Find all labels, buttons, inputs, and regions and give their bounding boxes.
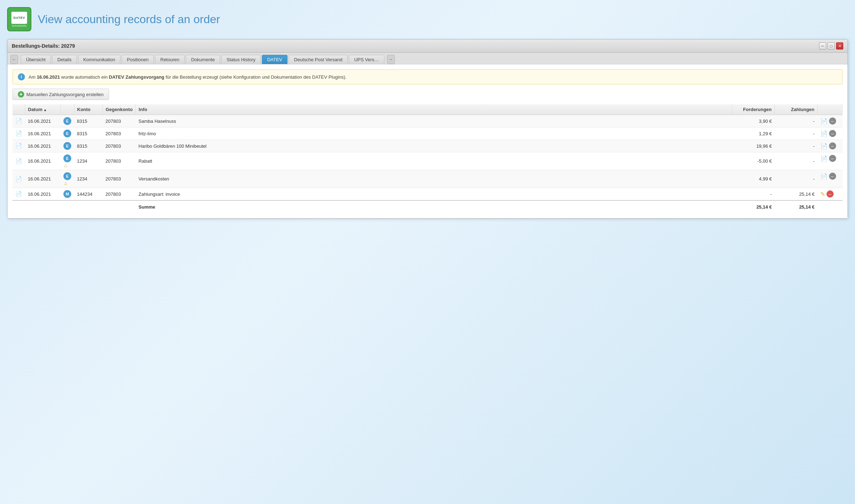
row-zahlungen: - <box>775 140 818 152</box>
delete-button[interactable]: – <box>829 117 836 125</box>
row-badge: E △ <box>61 170 74 188</box>
tab-details[interactable]: Details <box>52 55 77 64</box>
add-button-label: Manuellen Zahlungsvorgang erstellen <box>26 92 104 97</box>
close-button[interactable]: ✕ <box>836 42 843 49</box>
row-konto: 8315 <box>74 140 103 152</box>
window-titlebar: Bestellungs-Details: 20279 ─ □ ✕ <box>7 40 848 53</box>
row-zahlungen: - <box>775 152 818 170</box>
logo: DATEV Schnittstelle <box>7 7 31 31</box>
tab-positionen[interactable]: Positionen <box>121 55 154 64</box>
badge-e-icon: E <box>63 142 71 150</box>
tab-kommunikation[interactable]: Kommunikation <box>78 55 121 64</box>
row-actions: 📄 – <box>818 127 843 139</box>
tab-status-history[interactable]: Status History <box>221 55 261 64</box>
row-gegenkonto: 207803 <box>103 140 136 152</box>
row-konto: 1234 <box>74 152 103 170</box>
delete-button[interactable]: – <box>829 155 836 162</box>
row-doc-icon[interactable]: 📄 <box>12 127 25 140</box>
row-konto: 144234 <box>74 188 103 201</box>
row-forderungen: 4,99 € <box>732 170 775 188</box>
row-info: Haribo Goldbären 100 Minibeutel <box>136 140 732 152</box>
row-datum: 16.06.2021 <box>25 152 61 170</box>
restore-button[interactable]: □ <box>828 42 835 49</box>
row-forderungen: - <box>732 188 775 201</box>
table-footer: Summe 25,14 € 25,14 € <box>12 200 843 213</box>
tabs-bar: ← Übersicht Details Kommunikation Positi… <box>7 53 848 64</box>
row-datum: 16.06.2021 <box>25 188 61 201</box>
col-header-datum[interactable]: Datum <box>25 104 61 115</box>
row-actions: 📄 – <box>818 140 843 152</box>
tab-deutsche-post[interactable]: Deutsche Post Versand <box>289 55 348 64</box>
warning-icon: △ <box>64 163 67 168</box>
col-header-info: Info <box>136 104 732 115</box>
row-actions: 📄 – <box>818 115 843 127</box>
table-row: 📄 16.06.2021 E 8315 207803 fritz-limo 1,… <box>12 127 843 140</box>
row-doc-icon[interactable]: 📄 <box>12 188 25 201</box>
copy-doc-icon[interactable]: 📄 <box>820 118 828 125</box>
warning-icon: △ <box>64 181 67 185</box>
footer-empty <box>12 200 136 213</box>
add-payment-button[interactable]: + Manuellen Zahlungsvorgang erstellen <box>12 89 109 100</box>
content-area: i Am 16.06.2021 wurde automatisch ein DA… <box>7 64 848 218</box>
row-doc-icon[interactable]: 📄 <box>12 115 25 127</box>
row-doc-icon[interactable]: 📄 <box>12 140 25 152</box>
row-badge: E <box>61 140 74 152</box>
table-row: 📄 16.06.2021 E 8315 207803 Haribo Goldbä… <box>12 140 843 152</box>
copy-doc-icon[interactable]: 📄 <box>820 143 828 149</box>
delete-button-red[interactable]: – <box>826 190 834 198</box>
table-row: 📄 16.06.2021 E 8315 207803 Samba Haselnu… <box>12 115 843 127</box>
delete-button[interactable]: – <box>829 142 836 149</box>
row-doc-icon[interactable]: 📄 <box>12 170 25 188</box>
tab-ups[interactable]: UPS Vers… <box>349 55 384 64</box>
col-header-zahlungen: Zahlungen <box>775 104 818 115</box>
row-actions: 📄 – <box>818 170 843 182</box>
main-window: Bestellungs-Details: 20279 ─ □ ✕ ← Übers… <box>7 39 848 219</box>
table-row: 📄 16.06.2021 E △ 1234 207803 Versandkost… <box>12 170 843 188</box>
info-icon: i <box>18 73 25 80</box>
tab-prev-button[interactable]: ← <box>10 55 18 64</box>
row-doc-icon[interactable]: 📄 <box>12 152 25 170</box>
row-badge: M <box>61 188 74 201</box>
table-row: 📄 16.06.2021 M 144234 207803 Zahlungsart… <box>12 188 843 201</box>
tab-next-button[interactable]: → <box>387 55 395 64</box>
row-datum: 16.06.2021 <box>25 127 61 140</box>
delete-button[interactable]: – <box>829 130 836 137</box>
window-title: Bestellungs-Details: 20279 <box>12 43 75 49</box>
logo-inner: DATEV <box>11 12 27 24</box>
footer-actions-empty <box>818 200 843 213</box>
col-header-actions <box>818 104 843 115</box>
row-datum: 16.06.2021 <box>25 115 61 127</box>
row-info: fritz-limo <box>136 127 732 140</box>
row-badge: E <box>61 115 74 127</box>
row-forderungen: 1,29 € <box>732 127 775 140</box>
row-konto: 1234 <box>74 170 103 188</box>
col-header-icon <box>12 104 25 115</box>
col-header-gegenkonto: Gegenkonto <box>103 104 136 115</box>
row-info: Zahlungsart: invoice <box>136 188 732 201</box>
row-zahlungen: - <box>775 127 818 140</box>
badge-e-icon: E <box>63 130 71 137</box>
tab-dokumente[interactable]: Dokumente <box>186 55 220 64</box>
window-controls: ─ □ ✕ <box>819 42 843 49</box>
row-info: Versandkosten <box>136 170 732 188</box>
edit-button[interactable]: ✎ <box>820 191 825 198</box>
badge-e-icon: E <box>63 172 71 180</box>
row-datum: 16.06.2021 <box>25 170 61 188</box>
row-forderungen: 19,96 € <box>732 140 775 152</box>
delete-button[interactable]: – <box>829 173 836 180</box>
row-badge: E △ <box>61 152 74 170</box>
footer-summe-label: Summe <box>136 200 732 213</box>
tab-ubersicht[interactable]: Übersicht <box>21 55 51 64</box>
copy-doc-icon[interactable]: 📄 <box>820 155 828 162</box>
minimize-button[interactable]: ─ <box>819 42 826 49</box>
row-gegenkonto: 207803 <box>103 188 136 201</box>
copy-doc-icon[interactable]: 📄 <box>820 130 828 137</box>
row-gegenkonto: 207803 <box>103 127 136 140</box>
row-actions: ✎ – <box>818 188 843 200</box>
tab-retouren[interactable]: Retouren <box>155 55 185 64</box>
copy-doc-icon[interactable]: 📄 <box>820 173 828 180</box>
row-zahlungen: - <box>775 170 818 188</box>
row-actions: 📄 – <box>818 152 843 164</box>
tab-datev[interactable]: DATEV <box>262 55 287 64</box>
add-icon: + <box>18 91 24 98</box>
